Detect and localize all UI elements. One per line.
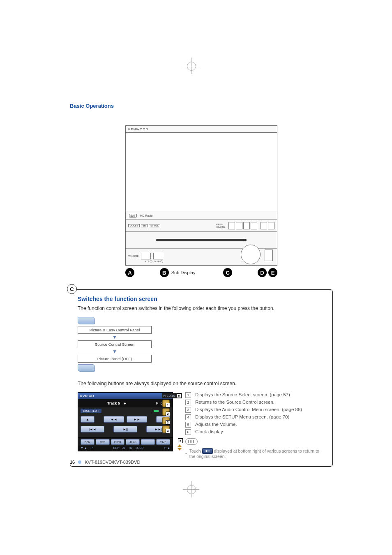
hu-badge: dts	[141, 224, 148, 227]
crop-mark-top	[183, 58, 199, 74]
play-pause-button[interactable]: ►||	[113, 426, 137, 432]
list-item: Displays the Source Select screen. (page…	[195, 392, 290, 398]
page-number: 16	[70, 460, 75, 465]
4line-button[interactable]: 4Line	[126, 439, 140, 445]
note-icon	[185, 438, 198, 445]
hu-knob	[241, 245, 261, 264]
flow-diagram: Picture & Easy Control Panel ▼ Source Co…	[78, 317, 152, 372]
monitor-brand: KENWOOD	[126, 126, 277, 133]
fastforward-button[interactable]: ►►	[127, 416, 147, 423]
numbered-list: 1Displays the Source Select screen. (pag…	[185, 392, 325, 435]
clock-icon: ◷	[163, 394, 166, 398]
hu-badge: DOLBY	[128, 224, 140, 227]
box-mid-text: The following buttons are always display…	[78, 380, 325, 387]
footer-dot-icon	[78, 460, 81, 464]
hu-vol-down	[141, 253, 151, 259]
side-button-1[interactable]: 1	[162, 400, 170, 407]
hu-badge: SIRIUS	[149, 224, 160, 227]
flow-node-3: Picture Panel (OFF)	[78, 355, 152, 363]
rep-button[interactable]: REP	[96, 439, 110, 445]
blank-button[interactable]	[141, 439, 155, 445]
box-badge-c: C	[67, 284, 77, 294]
hu-button-group	[228, 222, 257, 229]
fldr-button[interactable]: FLDR	[111, 439, 125, 445]
side-button-2[interactable]: 2	[162, 408, 170, 416]
rewind-button[interactable]: ◄◄	[104, 416, 124, 423]
flow-arrow-icon	[78, 364, 95, 372]
monitor-strip: SAT HD Radio	[126, 211, 277, 220]
list-num: 5	[185, 422, 191, 428]
flow-node-2: Source Control Screen	[78, 340, 152, 348]
ui-screen-wrap: DVD CD ✕ Track 5 ► P 0:05 DISC TEXT	[78, 392, 173, 451]
hu-label: VOLUME	[128, 255, 138, 257]
list-item: Displays the Audio Control Menu screen. …	[195, 407, 302, 413]
hu-label: ATT ◯ DISP ◯	[145, 260, 163, 263]
list-num: 3	[185, 407, 191, 413]
volume-arrows[interactable]	[177, 444, 182, 451]
scn-button[interactable]: SCN	[81, 439, 95, 445]
disc-slot	[156, 239, 247, 241]
callout-e: E	[268, 268, 277, 277]
eject-button[interactable]: ▲	[81, 416, 95, 423]
hu-label: OPEN/CLOSE	[216, 223, 225, 228]
flow-arrow-icon	[78, 317, 95, 324]
ui-track: Track 5	[107, 401, 120, 405]
strip-badge-hd: HD Radio	[140, 214, 152, 217]
hu-button-group	[261, 222, 274, 229]
list-item: Adjusts the Volume.	[195, 422, 237, 428]
list-item: Displays the SETUP Menu screen. (page 70…	[195, 414, 289, 420]
list-num: 2	[185, 400, 191, 405]
section-title: Basic Operations	[70, 103, 333, 109]
source-control-screen: DVD CD ✕ Track 5 ► P 0:05 DISC TEXT	[78, 392, 173, 451]
callout-num-1: 1	[166, 403, 170, 407]
list-item: Returns to the Source Control screen.	[195, 400, 274, 405]
side-button-4[interactable]: 4	[162, 426, 170, 433]
crop-mark-bottom	[183, 481, 199, 497]
box-heading: Switches the function screen	[78, 296, 325, 302]
flow-arrow: ▼	[78, 349, 152, 354]
list-item: Clock display	[195, 429, 223, 435]
status-af: AF	[122, 446, 126, 450]
return-button-icon	[202, 448, 213, 454]
list-num: 6	[185, 429, 191, 435]
ui-title: DVD CD	[80, 394, 94, 398]
status-arrows: ▼ ▲	[81, 446, 87, 450]
monitor-screen	[126, 133, 277, 211]
function-screen-box: C Switches the function screen The funct…	[70, 289, 333, 467]
hu-vol-up	[153, 253, 163, 259]
ui-prog-p: P	[156, 401, 159, 405]
ui-clock: ◷ 10:10 6	[162, 393, 182, 398]
status-in: IN	[129, 446, 132, 450]
note-text-a: Touch	[189, 449, 201, 453]
device-illustration: KENWOOD SAT HD Radio DOLBY dts SIRIUS OP…	[125, 125, 277, 277]
play-icon: ►	[123, 401, 127, 405]
ui-disc-text: DISC TEXT	[81, 409, 101, 413]
flow-arrow: ▼	[78, 335, 152, 340]
callout-num-2: 2	[166, 412, 170, 416]
box-intro: The function control screen switches in …	[78, 305, 325, 312]
list-num: 4	[185, 414, 191, 420]
callout-a: A	[125, 268, 134, 277]
status-return-icon: ↩	[90, 446, 93, 450]
flow-node-1: Picture & Easy Control Panel	[78, 326, 152, 334]
page-footer: 16 KVT-819DVD/KVT-839DVD	[70, 460, 140, 465]
status-rep: REP	[113, 446, 119, 450]
strip-badge-sat: SAT	[129, 214, 137, 217]
prev-track-button[interactable]: |◄◄	[81, 426, 104, 432]
callout-c: C	[223, 268, 232, 277]
sub-display-label: Sub Display	[171, 270, 196, 275]
note-block: • Touch displayed at bottom right of var…	[185, 438, 325, 459]
callout-num-4: 4	[166, 429, 170, 433]
callout-d: D	[258, 268, 267, 277]
status-loud: LOUD	[136, 446, 143, 450]
head-unit: DOLBY dts SIRIUS OPEN/CLOSE	[125, 220, 277, 266]
callout-num-3: 3	[166, 420, 170, 425]
callout-b: B	[160, 268, 169, 277]
callout-num-6: 6	[177, 393, 181, 398]
status-return-icon: ↩ ▲	[164, 446, 170, 450]
callout-num-5: 5	[178, 438, 183, 443]
hu-eject	[265, 250, 273, 261]
footer-model: KVT-819DVD/KVT-839DVD	[85, 460, 140, 465]
side-button-3[interactable]: 3	[162, 417, 170, 424]
time-button[interactable]: TIME	[156, 439, 170, 445]
